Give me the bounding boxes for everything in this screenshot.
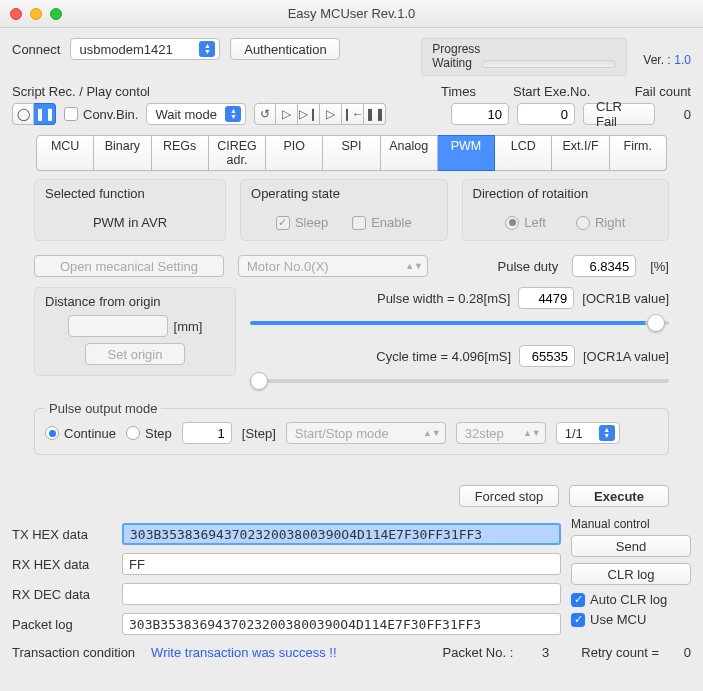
- pulse-output-label: Pulse output mode: [45, 401, 161, 416]
- chevron-updown-icon: ▲▼: [405, 261, 423, 271]
- tab-binary[interactable]: Binary: [94, 135, 151, 171]
- step-icon: ▷: [320, 103, 342, 125]
- playback-controls: ↺ ▷ ▷❙ ▷ ❙← ❚❚: [254, 103, 386, 125]
- rewind-icon: ❙←: [342, 103, 364, 125]
- auto-clr-label: Auto CLR log: [590, 592, 667, 607]
- execute-label: Execute: [594, 489, 644, 504]
- checkbox-icon: ✓: [571, 593, 585, 607]
- step32-value: 32step: [465, 426, 504, 441]
- authentication-label: Authentication: [244, 42, 326, 57]
- play-icon: ▷: [276, 103, 298, 125]
- packet-log-label: Packet log: [12, 617, 112, 632]
- distance-label: Distance from origin: [45, 294, 225, 309]
- tab-lcd[interactable]: LCD: [495, 135, 552, 171]
- distance-unit: [mm]: [174, 319, 203, 334]
- open-mechanical-label: Open mecanical Setting: [60, 259, 198, 274]
- pause-icon[interactable]: ❚❚: [34, 103, 56, 125]
- chevron-updown-icon: ▲▼: [423, 428, 441, 438]
- authentication-button[interactable]: Authentication: [230, 38, 340, 60]
- manual-control-label: Manual control: [571, 517, 691, 531]
- port-select[interactable]: usbmodem1421 ▲▼: [70, 38, 220, 60]
- checkbox-icon: ✓: [276, 216, 290, 230]
- send-label: Send: [616, 539, 646, 554]
- rx-hex-input[interactable]: FF: [122, 553, 561, 575]
- enable-label: Enable: [371, 215, 411, 230]
- tab-spi[interactable]: SPI: [323, 135, 380, 171]
- selected-function-value: PWM in AVR: [45, 215, 215, 230]
- clr-fail-button[interactable]: CLR Fail: [583, 103, 655, 125]
- port-value: usbmodem1421: [79, 42, 172, 57]
- chevron-updown-icon: ▲▼: [225, 106, 241, 122]
- clr-log-label: CLR log: [608, 567, 655, 582]
- rec-play-toggle[interactable]: ◯ ❚❚: [12, 103, 56, 125]
- send-button[interactable]: Send: [571, 535, 691, 557]
- pulse-width-slider[interactable]: [250, 313, 669, 333]
- tx-hex-input[interactable]: 303B35383694370232003800390O4D114E7F30FF…: [122, 523, 561, 545]
- tab-pio[interactable]: PIO: [266, 135, 323, 171]
- ratio-select[interactable]: 1/1 ▲▼: [556, 422, 620, 444]
- tx-hex-value: 303B35383694370232003800390O4D114E7F30FF…: [130, 527, 482, 542]
- step-radio[interactable]: Step: [126, 426, 172, 441]
- distance-group: Distance from origin [mm] Set origin: [34, 287, 236, 376]
- tab-ext-i-f[interactable]: Ext.I/F: [552, 135, 609, 171]
- tx-hex-label: TX HEX data: [12, 527, 112, 542]
- continue-radio[interactable]: Continue: [45, 426, 116, 441]
- startstop-value: Start/Stop mode: [295, 426, 389, 441]
- tab-mcu[interactable]: MCU: [36, 135, 94, 171]
- tab-firm-[interactable]: Firm.: [610, 135, 667, 171]
- rx-dec-label: RX DEC data: [12, 587, 112, 602]
- fail-count-label: Fail count: [621, 84, 691, 99]
- forced-stop-button[interactable]: Forced stop: [459, 485, 559, 507]
- execute-button[interactable]: Execute: [569, 485, 669, 507]
- step-input[interactable]: [182, 422, 232, 444]
- left-label: Left: [524, 215, 546, 230]
- selected-function-group: Selected function PWM in AVR: [34, 179, 226, 241]
- fail-count-value: 0: [663, 107, 691, 122]
- rx-dec-input[interactable]: [122, 583, 561, 605]
- record-icon[interactable]: ◯: [12, 103, 34, 125]
- cycle-time-slider[interactable]: [250, 371, 669, 391]
- packet-log-input[interactable]: 303B35383694370232003800390O4D114E7F30FF…: [122, 613, 561, 635]
- pulse-duty-unit: [%]: [650, 259, 669, 274]
- times-label: Times: [441, 84, 513, 99]
- transaction-cond-label: Transaction condition: [12, 645, 135, 660]
- pulse-duty-input[interactable]: [572, 255, 636, 277]
- wait-mode-select[interactable]: Wait mode ▲▼: [146, 103, 246, 125]
- direction-label: Direction of rotaition: [473, 186, 658, 201]
- convbin-checkbox[interactable]: Conv.Bin.: [64, 107, 138, 122]
- rx-hex-value: FF: [129, 557, 145, 572]
- packet-no-value: 3: [529, 645, 549, 660]
- left-radio: Left: [505, 215, 546, 230]
- operating-state-group: Operating state ✓ Sleep Enable: [240, 179, 447, 241]
- ocr1a-input[interactable]: [519, 345, 575, 367]
- set-origin-label: Set origin: [108, 347, 163, 362]
- tab-pwm[interactable]: PWM: [438, 135, 495, 171]
- packet-log-value: 303B35383694370232003800390O4D114E7F30FF…: [129, 617, 481, 632]
- checkbox-icon: ✓: [571, 613, 585, 627]
- start-exe-input[interactable]: [517, 103, 575, 125]
- direction-group: Direction of rotaition Left Right: [462, 179, 669, 241]
- ocr1b-label: [OCR1B value]: [582, 291, 669, 306]
- set-origin-button: Set origin: [85, 343, 185, 365]
- radio-icon: [576, 216, 590, 230]
- times-input[interactable]: [451, 103, 509, 125]
- wait-mode-value: Wait mode: [155, 107, 217, 122]
- right-radio: Right: [576, 215, 625, 230]
- tab-cireg-adr-[interactable]: CIREG adr.: [209, 135, 266, 171]
- progress-box: Progress Waiting: [421, 38, 627, 76]
- window-title: Easy MCUser Rev.1.0: [0, 6, 703, 21]
- ver-label: Ver. :: [643, 53, 670, 67]
- titlebar: Easy MCUser Rev.1.0: [0, 0, 703, 28]
- auto-clr-checkbox[interactable]: ✓ Auto CLR log: [571, 592, 667, 607]
- checkbox-icon: [64, 107, 78, 121]
- startstop-select: Start/Stop mode ▲▼: [286, 422, 446, 444]
- progress-status: Waiting: [432, 56, 472, 70]
- loop-icon: ↺: [254, 103, 276, 125]
- tab-analog[interactable]: Analog: [381, 135, 438, 171]
- clr-log-button[interactable]: CLR log: [571, 563, 691, 585]
- use-mcu-checkbox[interactable]: ✓ Use MCU: [571, 612, 646, 627]
- tab-regs[interactable]: REGs: [152, 135, 209, 171]
- motor-select-value: Motor No.0(X): [247, 259, 329, 274]
- ocr1b-input[interactable]: [518, 287, 574, 309]
- selected-function-label: Selected function: [45, 186, 215, 201]
